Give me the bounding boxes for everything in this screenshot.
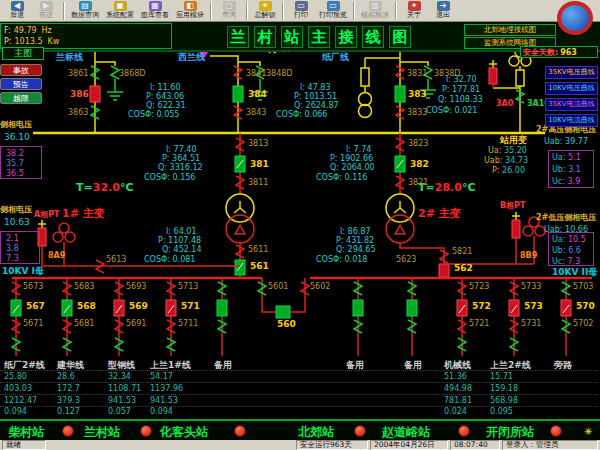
- hv1-uc: 36.5: [6, 170, 24, 178]
- table-separator: [0, 382, 598, 383]
- toolbar-button-about[interactable]: ✦关于: [400, 0, 428, 21]
- hv2-uc: Uc: 3.9: [552, 178, 580, 186]
- toolbar-button-label: 后退: [10, 11, 24, 20]
- label-5733: 5733: [521, 283, 541, 291]
- label-572: 572: [472, 302, 491, 311]
- label-5601: 5601: [268, 283, 288, 291]
- sidebar-left-button-3[interactable]: 越限: [0, 92, 42, 104]
- toolbar-button-print-preview[interactable]: ▭打印预览: [316, 0, 350, 21]
- label-8b9: 8B9: [520, 252, 537, 260]
- title-char: 主: [308, 26, 330, 48]
- print-preview-icon: ▭: [327, 1, 340, 11]
- station-nav-2[interactable]: 兰村站: [84, 424, 120, 441]
- feeder-value: 941.53: [108, 396, 136, 405]
- globe-icon[interactable]: [557, 1, 593, 35]
- feeder-value: 159.18: [490, 384, 518, 393]
- hv2-panel-title: 2#高压侧相电压: [536, 126, 596, 134]
- meas-t1lv-q: Q: 452.14: [162, 246, 202, 254]
- label-562: 562: [454, 264, 473, 273]
- hv1-u: 36.10: [4, 133, 30, 142]
- toolbar-button-unlock-all[interactable]: ✶总解锁: [251, 0, 279, 21]
- station-indicator-icon[interactable]: [62, 425, 74, 437]
- main-map-button[interactable]: 主图: [2, 47, 44, 60]
- label-5623: 5623: [396, 256, 416, 264]
- label-5713: 5713: [178, 283, 198, 291]
- feeder-value: 15.71: [490, 372, 513, 381]
- status-bar: 就绪 安全运行963天 2004年04月26日 08:07:40 登录人：管理员: [0, 440, 600, 450]
- station-indicator-icon[interactable]: [550, 425, 562, 437]
- label-3861: 3861: [68, 70, 88, 78]
- print-icon: ▭: [295, 1, 308, 11]
- feeder-value: 32.34: [108, 372, 131, 381]
- station-indicator-icon[interactable]: [354, 425, 366, 437]
- meas-t1lv-cos: COSΦ: 0.081: [144, 256, 195, 264]
- nav-link-geo-map[interactable]: 北郊地理接线图: [464, 24, 556, 36]
- simulation-icon: ▥: [369, 1, 382, 11]
- toolbar-button-query[interactable]: ▢查询: [215, 0, 243, 21]
- sidebar-right-button-2[interactable]: 10KV电压曲线: [545, 82, 598, 95]
- toolbar-button-back[interactable]: ◀后退: [3, 0, 31, 21]
- label-5711: 5711: [178, 320, 198, 328]
- station-nav-5[interactable]: 赵道峪站: [382, 424, 430, 441]
- feeder-value: 51.36: [444, 372, 467, 381]
- frequency-power-panel: F:49.79Hz P:1013.5Kw: [0, 23, 172, 49]
- toolbar-separator: [282, 2, 284, 20]
- toolbar-button-app-modules[interactable]: ◧应用模块: [173, 0, 207, 21]
- toolbar-button-system-config[interactable]: ▣系统配置: [103, 0, 137, 21]
- sidebar-right-button-1[interactable]: 35KV电压曲线: [545, 66, 598, 79]
- station-nav-3[interactable]: 化客头站: [160, 424, 208, 441]
- lv2-panel-title: 2#低压侧相电压: [536, 214, 596, 222]
- toolbar-button-label: 前进: [39, 11, 53, 20]
- label-3843: 3843: [246, 109, 266, 117]
- toolbar-button-exit[interactable]: ➔退出: [429, 0, 457, 21]
- feeder-value: 0.057: [108, 407, 131, 416]
- station-indicator-icon[interactable]: [140, 425, 152, 437]
- about-icon: ✦: [408, 1, 421, 11]
- toolbar-separator: [395, 2, 397, 20]
- safe-days-value: 963: [560, 48, 577, 57]
- label-5693: 5693: [126, 283, 146, 291]
- toolbar-button-print[interactable]: ▭打印: [287, 0, 315, 21]
- toolbar-button-forward[interactable]: ▶前进: [32, 0, 60, 21]
- station-nav-6[interactable]: 开闭所站: [486, 424, 534, 441]
- station-indicator-icon[interactable]: [458, 425, 470, 437]
- toolbar-separator: [210, 2, 212, 20]
- meas-t2lv-cos: COSΦ: 0.018: [316, 256, 367, 264]
- sidebar-right-button-4[interactable]: 10KV电流曲线: [545, 114, 598, 127]
- exit-icon: ➔: [437, 1, 450, 11]
- label-5691: 5691: [126, 320, 146, 328]
- query-icon: ▢: [223, 1, 236, 11]
- frequency-value: 49.79: [14, 26, 37, 35]
- system-config-icon: ▣: [114, 1, 127, 11]
- feeder-value: 0.094: [150, 407, 173, 416]
- label-5821: 5821: [452, 248, 472, 256]
- lv2-uc: Uc: 7.3: [552, 258, 580, 266]
- hv1-ua: 38.2: [6, 150, 24, 158]
- toolbar-button-gallery-view[interactable]: ▦图库查看: [138, 0, 172, 21]
- table-separator: [0, 394, 598, 395]
- toolbar-button-label: 模拟预演: [361, 11, 389, 20]
- station-indicator-icon[interactable]: [234, 425, 246, 437]
- toolbar-separator: [246, 2, 248, 20]
- label-570: 570: [576, 302, 595, 311]
- feeder-name-8: 机械线: [444, 359, 471, 372]
- diagram-labels: 兰标线西兰线兰村站纸厂线386138638633868DI: 11.60P: 6…: [0, 0, 600, 420]
- meas-lanbiao-cos: COSΦ: 0.055: [128, 111, 179, 119]
- feeder-value: 54.17: [150, 372, 173, 381]
- station-nav-1[interactable]: 柴村站: [8, 424, 44, 441]
- sidebar-left-button-1[interactable]: 事故: [0, 64, 42, 76]
- toolbar-button-data-query[interactable]: ▤数据查询: [68, 0, 102, 21]
- meas-xilan-cos: COSΦ: 0.066: [276, 111, 327, 119]
- sidebar-right-button-3[interactable]: 35KV电流曲线: [545, 98, 598, 111]
- feeder-value: 568.98: [490, 396, 518, 405]
- label-3a0: 3A0: [496, 100, 513, 108]
- sidebar-left-button-2[interactable]: 预告: [0, 78, 42, 90]
- hv1-ub: 35.7: [6, 160, 24, 168]
- label-8a9: 8A9: [48, 252, 65, 260]
- label-383: 383: [408, 90, 427, 99]
- zhanyongbian-ua: Ua: 35.20: [488, 147, 527, 155]
- station-nav-4[interactable]: 北郊站: [298, 424, 334, 441]
- toolbar-button-simulation[interactable]: ▥模拟预演: [358, 0, 392, 21]
- label-5731: 5731: [521, 320, 541, 328]
- feeder-value: 28.6: [57, 372, 75, 381]
